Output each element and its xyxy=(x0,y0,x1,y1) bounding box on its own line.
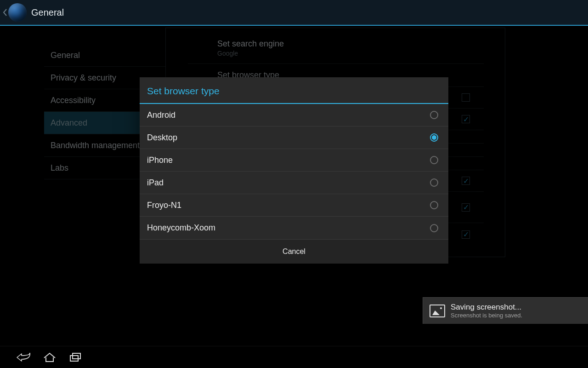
radio-icon[interactable] xyxy=(430,133,438,142)
option-label: iPhone xyxy=(147,155,430,165)
browser-type-option-iphone[interactable]: iPhone xyxy=(140,149,448,172)
browser-type-dialog: Set browser type AndroidDesktopiPhoneiPa… xyxy=(140,77,448,264)
radio-icon[interactable] xyxy=(430,111,438,119)
radio-icon[interactable] xyxy=(430,224,438,232)
option-label: Honeycomb-Xoom xyxy=(147,223,430,233)
option-label: iPad xyxy=(147,178,430,188)
option-label: Android xyxy=(147,110,430,120)
nav-back-button[interactable] xyxy=(11,346,37,368)
system-nav-bar xyxy=(0,346,588,368)
dialog-title: Set browser type xyxy=(140,77,448,104)
radio-icon[interactable] xyxy=(430,201,438,209)
browser-type-option-ipad[interactable]: iPad xyxy=(140,172,448,194)
cancel-button[interactable]: Cancel xyxy=(140,240,448,264)
radio-icon[interactable] xyxy=(430,156,438,164)
screenshot-toast[interactable]: Saving screenshot... Screenshot is being… xyxy=(423,297,588,324)
browser-type-option-honeycomb-xoom[interactable]: Honeycomb-Xoom xyxy=(140,217,448,239)
toast-subtitle: Screenshot is being saved. xyxy=(451,312,522,319)
image-icon xyxy=(430,305,445,317)
option-label: Froyo-N1 xyxy=(147,201,430,210)
browser-type-option-android[interactable]: Android xyxy=(140,104,448,126)
back-chevron-icon[interactable] xyxy=(2,0,8,25)
toast-title: Saving screenshot... xyxy=(451,303,522,312)
page-title: General xyxy=(31,7,64,18)
browser-type-option-desktop[interactable]: Desktop xyxy=(140,126,448,149)
action-bar: General xyxy=(0,0,588,26)
browser-type-option-froyo-n1[interactable]: Froyo-N1 xyxy=(140,194,448,217)
nav-home-button[interactable] xyxy=(37,346,62,368)
option-label: Desktop xyxy=(147,133,430,143)
browser-globe-icon[interactable] xyxy=(8,3,27,22)
radio-icon[interactable] xyxy=(430,178,438,187)
settings-page: GeneralPrivacy & securityAccessibilityAd… xyxy=(0,26,588,346)
nav-recents-button[interactable] xyxy=(62,346,88,368)
